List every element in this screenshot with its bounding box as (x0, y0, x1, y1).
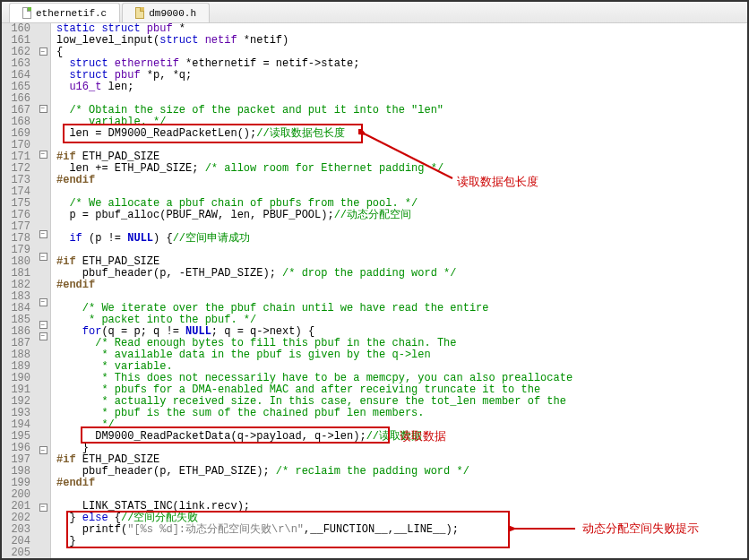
h-file-icon (135, 7, 144, 19)
code-line[interactable]: if (p != NULL) {//空间申请成功 (56, 233, 747, 245)
c-file-icon (22, 7, 31, 19)
fold-toggle-icon[interactable]: − (39, 332, 47, 340)
code-line[interactable]: u16_t len; (56, 82, 747, 93)
tab-dm9000-h[interactable]: dm9000.h (122, 3, 210, 22)
fold-toggle-icon[interactable]: − (39, 105, 47, 113)
fold-toggle-icon[interactable]: − (39, 504, 47, 512)
code-line[interactable] (56, 547, 747, 558)
fold-toggle-icon[interactable]: − (39, 253, 47, 261)
editor-area[interactable]: 1601611621631641651661671681691701711721… (2, 23, 747, 558)
tab-bar: ethernetif.cdm9000.h (2, 2, 747, 23)
tab-label: dm9000.h (149, 8, 196, 19)
fold-column: −−−−−−−−−− (36, 23, 50, 558)
code-line[interactable]: low_level_input(struct netif *netif) (56, 35, 747, 47)
fold-toggle-icon[interactable]: − (39, 298, 47, 306)
code-line[interactable]: p = pbuf_alloc(PBUF_RAW, len, PBUF_POOL)… (56, 210, 747, 221)
code-line[interactable]: #endif (56, 175, 747, 186)
code-line[interactable]: #endif (56, 478, 747, 489)
code-line[interactable]: pbuf_header(p, ETH_PAD_SIZE); /* reclaim… (56, 466, 747, 478)
fold-toggle-icon[interactable]: − (39, 230, 47, 238)
gutter: 1601611621631641651661671681691701711721… (2, 23, 51, 558)
code-line[interactable]: } (56, 443, 747, 454)
tab-ethernetif-c[interactable]: ethernetif.c (9, 3, 120, 22)
code-line[interactable]: pbuf_header(p, -ETH_PAD_SIZE); /* drop t… (56, 268, 747, 280)
code-line[interactable]: * pbuf is the sum of the chained pbuf le… (56, 408, 747, 419)
code-line[interactable]: len += ETH_PAD_SIZE; /* allow room for E… (56, 163, 747, 175)
fold-toggle-icon[interactable]: − (39, 47, 47, 56)
line-number-column: 1601611621631641651661671681691701711721… (2, 23, 36, 558)
code-column[interactable]: static struct pbuf *low_level_input(stru… (51, 23, 747, 558)
fold-toggle-icon[interactable]: − (39, 321, 47, 329)
code-line[interactable] (56, 140, 747, 151)
fold-toggle-icon[interactable]: − (39, 151, 47, 159)
line-number: 205 (2, 547, 30, 558)
fold-toggle-icon[interactable]: − (39, 446, 47, 454)
editor-window: ethernetif.cdm9000.h 1601611621631641651… (0, 0, 749, 560)
tab-label: ethernetif.c (36, 8, 107, 19)
code-line[interactable]: DM9000_ReadPacketData(q->payload, q->len… (56, 431, 747, 443)
code-line[interactable]: } (56, 536, 747, 547)
code-line[interactable]: printf("[%s %d]:动态分配空间失败\r\n",__FUNCTION… (56, 524, 747, 536)
code-line[interactable]: len = DM9000_ReadPacketLen();//读取数据包长度 (56, 128, 747, 140)
code-line[interactable] (56, 245, 747, 256)
code-line[interactable]: struct pbuf *p, *q; (56, 70, 747, 82)
code-line[interactable]: #endif (56, 280, 747, 291)
